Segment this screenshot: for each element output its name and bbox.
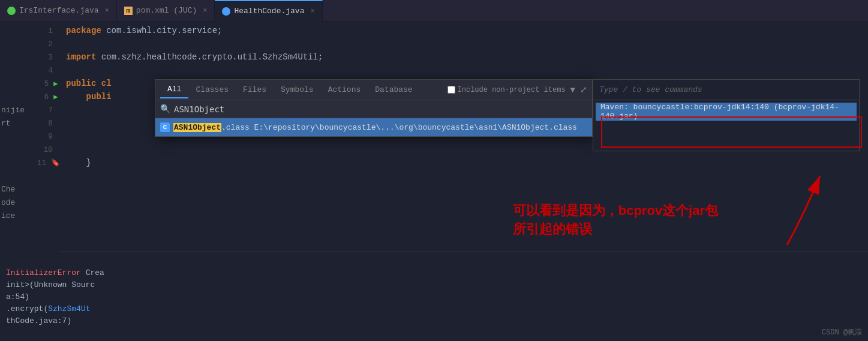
- filter-icon[interactable]: ▼: [570, 85, 575, 95]
- close-icon[interactable]: ×: [105, 7, 109, 15]
- terminal-line-5: .encrypt(SzhzSm4Ut: [6, 303, 862, 315]
- code-line-10: [66, 143, 323, 156]
- line-number-6: 6 ▶: [30, 90, 60, 103]
- include-checkbox-input[interactable]: [447, 86, 455, 94]
- result-path: .class E:\repository\bouncycastle\...\or…: [221, 123, 577, 132]
- run-gutter-icon[interactable]: ▶: [53, 79, 60, 88]
- tab-label: IrsInterface.java: [19, 6, 99, 15]
- line-number-1: 1: [30, 24, 60, 37]
- code-line-1: package com.iswhl.city.service;: [66, 24, 323, 37]
- line-number-3: 3: [30, 50, 60, 64]
- line-number-8: 8: [30, 116, 60, 130]
- line-number-9: 9: [30, 130, 60, 143]
- terminal-area: va.exe ... InitializerError Crea init>(U…: [0, 251, 868, 341]
- dialog-tab-files[interactable]: Files: [236, 82, 274, 98]
- close-icon[interactable]: ×: [310, 7, 314, 16]
- close-icon[interactable]: ×: [203, 7, 207, 15]
- bookmark-icon: 🔖: [51, 158, 60, 167]
- code-line-2: [66, 37, 323, 50]
- result-highlight: ASN1Object: [173, 123, 221, 132]
- code-line-3: import com.szhz.healthcode.crypto.util.S…: [66, 50, 323, 64]
- search-input-row: 🔍: [155, 100, 592, 118]
- line-number-7: 7: [30, 103, 60, 116]
- line-number-4: 4: [30, 64, 60, 77]
- type-command-hint: Type / to see commands: [599, 85, 702, 94]
- dialog-tab-right: Include non-project items ▼ ⤢: [447, 85, 587, 95]
- search-dialog: All Classes Files Symbols Actions Databa…: [155, 79, 593, 137]
- dialog-tab-actions[interactable]: Actions: [321, 82, 368, 98]
- code-line-4: [66, 64, 323, 77]
- run-gutter-icon[interactable]: ▶: [53, 92, 60, 101]
- dialog-tab-all[interactable]: All: [160, 81, 188, 98]
- search-icon: 🔍: [160, 104, 170, 114]
- code-line-11: }: [66, 156, 323, 169]
- maven-text: Maven: bouncycastle:bcprov-jdk14:140 (bc…: [600, 103, 852, 121]
- line-number-5: 5 ▶: [30, 77, 60, 90]
- editor-area: IrsInterface.java × m pom.xml (JUC) × He…: [0, 0, 868, 341]
- result-class-icon: C: [160, 122, 170, 132]
- java-icon: [7, 7, 16, 15]
- maven-info-row[interactable]: Maven: bouncycastle:bcprov-jdk14:140 (bc…: [596, 103, 857, 121]
- type-hint-row: Type / to see commands: [593, 80, 859, 100]
- dialog-tab-bar: All Classes Files Symbols Actions Databa…: [155, 80, 592, 100]
- line-number-2: 2: [30, 37, 60, 50]
- search-input[interactable]: [174, 104, 587, 114]
- search-result-row[interactable]: C ASN1Object.class E:\repository\bouncyc…: [155, 118, 592, 136]
- dialog-right-panel: Type / to see commands Maven: bouncycast…: [593, 79, 860, 151]
- dialog-tab-database[interactable]: Database: [368, 82, 419, 98]
- tab-label: pom.xml (JUC): [136, 6, 197, 15]
- expand-icon[interactable]: ⤢: [580, 85, 587, 95]
- result-text: ASN1Object.class E:\repository\bouncycas…: [173, 123, 587, 132]
- terminal-line-4: a:54): [6, 291, 862, 303]
- line-number-10: 10: [30, 143, 60, 156]
- csdn-watermark: CSDN @帆淙: [822, 327, 862, 337]
- line-number-11: 11 🔖: [30, 156, 60, 169]
- java-icon: [222, 7, 230, 16]
- tab-pomxml[interactable]: m pom.xml (JUC) ×: [117, 0, 215, 22]
- terminal-line-1: va.exe ...: [6, 255, 862, 267]
- dialog-tab-classes[interactable]: Classes: [188, 82, 236, 98]
- terminal-line-2: InitializerError Crea: [6, 267, 862, 279]
- include-non-project-checkbox[interactable]: Include non-project items: [447, 86, 566, 94]
- tab-bar: IrsInterface.java × m pom.xml (JUC) × He…: [0, 0, 868, 22]
- terminal-line-3: init>(Unknown Sourc: [6, 279, 862, 291]
- tab-healthcode[interactable]: HealthCode.java ×: [215, 0, 322, 22]
- xml-icon: m: [124, 7, 133, 15]
- include-label: Include non-project items: [458, 86, 566, 94]
- terminal-line-6: thCode.java:7): [6, 315, 862, 327]
- tab-label: HealthCode.java: [234, 7, 304, 16]
- dialog-tab-symbols[interactable]: Symbols: [274, 82, 321, 98]
- tab-irsinterface[interactable]: IrsInterface.java ×: [0, 0, 117, 22]
